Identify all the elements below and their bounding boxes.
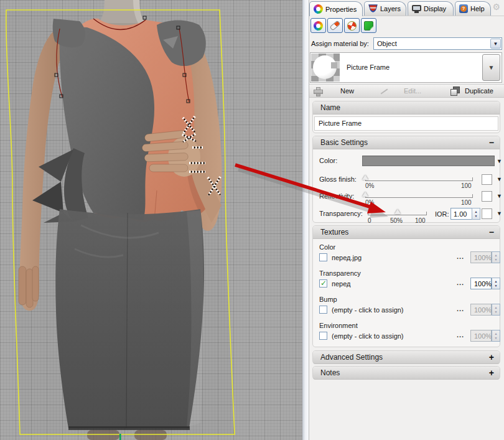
advanced-settings-section: Advanced Settings + bbox=[312, 350, 500, 364]
tab-bar: Properties Layers Display ? Help ⚙ bbox=[309, 0, 504, 16]
transparency-color-swatch[interactable] bbox=[482, 208, 492, 219]
tab-label: Help bbox=[470, 5, 485, 12]
edit-material-button[interactable]: Edit... bbox=[404, 87, 421, 95]
tab-label: Display bbox=[424, 5, 446, 12]
gloss-slider-track[interactable] bbox=[365, 180, 473, 181]
ior-label: IOR: bbox=[435, 210, 449, 218]
texture-checkbox[interactable] bbox=[319, 253, 327, 261]
properties-panel: Properties Layers Display ? Help ⚙ bbox=[309, 0, 504, 440]
material-selector[interactable]: Picture Frame ▼ bbox=[310, 52, 502, 83]
transparency-slider-track[interactable] bbox=[368, 215, 427, 215]
expand-button[interactable]: + bbox=[489, 368, 494, 378]
texture-checkbox[interactable] bbox=[319, 306, 327, 314]
texture-percent-input[interactable]: 100% bbox=[470, 330, 492, 342]
pencil-icon bbox=[380, 88, 388, 95]
tab-layers[interactable]: Layers bbox=[364, 1, 406, 16]
browse-button[interactable]: ... bbox=[457, 331, 464, 339]
section-title: Name bbox=[320, 103, 340, 112]
tick-mid: 50% bbox=[390, 217, 403, 224]
material-thumbnail bbox=[311, 54, 340, 82]
ior-spinner[interactable]: ▲▼ bbox=[472, 208, 480, 220]
notes-header[interactable]: Notes + bbox=[313, 367, 500, 380]
viewport-3d[interactable] bbox=[0, 0, 302, 440]
chevron-down-icon[interactable]: ▼ bbox=[490, 39, 501, 49]
textures-header[interactable]: Textures − bbox=[313, 226, 500, 239]
reflectivity-slider-thumb[interactable] bbox=[362, 192, 368, 197]
color-dropdown-icon[interactable]: ▼ bbox=[497, 158, 502, 164]
selection-outline[interactable] bbox=[6, 10, 235, 434]
texture-percent-spinner[interactable]: ▲▼ bbox=[492, 304, 500, 316]
reflectivity-dropdown-icon[interactable]: ▼ bbox=[497, 193, 502, 199]
paint-tube-button[interactable] bbox=[327, 18, 343, 33]
plus-icon[interactable] bbox=[314, 87, 322, 96]
color-wheel-icon bbox=[314, 21, 323, 30]
collapse-button[interactable]: − bbox=[489, 227, 494, 237]
material-color-wheel-button[interactable] bbox=[310, 18, 326, 33]
gloss-finish-label: Gloss finish: bbox=[319, 176, 357, 183]
texture-percent-input[interactable]: 100% bbox=[470, 251, 492, 263]
texture-percent-spinner[interactable]: ▲▼ bbox=[492, 278, 500, 289]
section-title: Basic Settings bbox=[320, 138, 368, 147]
texture-checkbox[interactable] bbox=[319, 279, 327, 288]
decal-button[interactable] bbox=[361, 18, 376, 33]
transparency-slider-thumb[interactable] bbox=[394, 209, 401, 214]
texture-file-name[interactable]: перед bbox=[332, 280, 351, 288]
duplicate-material-button[interactable]: Duplicate bbox=[465, 87, 493, 95]
duplicate-icon[interactable] bbox=[450, 87, 459, 95]
texture-file-name[interactable]: перед.jpg bbox=[332, 254, 362, 261]
browse-button[interactable]: ... bbox=[457, 253, 464, 260]
notes-section: Notes + bbox=[312, 366, 500, 380]
ior-input[interactable]: 1.00 bbox=[450, 208, 472, 220]
gloss-color-swatch[interactable] bbox=[482, 174, 492, 185]
name-section-header[interactable]: Name bbox=[313, 101, 500, 115]
basic-settings-header[interactable]: Basic Settings − bbox=[313, 136, 500, 149]
layers-icon bbox=[368, 4, 378, 13]
name-section: Name Picture Frame bbox=[312, 101, 500, 133]
section-title: Notes bbox=[320, 368, 340, 377]
texture-group-label: Environment bbox=[319, 322, 358, 329]
expand-button[interactable]: + bbox=[489, 352, 494, 362]
gear-icon[interactable]: ⚙ bbox=[492, 2, 500, 12]
checker-ball-icon bbox=[346, 20, 357, 31]
basic-settings-section: Basic Settings − Color: ▼ Gloss finish: … bbox=[312, 136, 500, 223]
texture-checkbox[interactable] bbox=[319, 332, 327, 340]
color-label: Color: bbox=[319, 157, 337, 164]
tab-properties[interactable]: Properties bbox=[309, 1, 363, 16]
assign-material-combobox[interactable]: Object ▼ bbox=[373, 37, 502, 50]
texture-percent-spinner[interactable]: ▲▼ bbox=[492, 330, 500, 342]
material-dropdown-button[interactable]: ▼ bbox=[482, 54, 500, 81]
tab-help[interactable]: ? Help bbox=[455, 1, 491, 16]
texture-ball-button[interactable] bbox=[344, 18, 360, 33]
texture-percent-input[interactable]: 100% bbox=[470, 278, 492, 289]
color-wheel-icon bbox=[314, 4, 323, 14]
assign-material-label: Assign material by: bbox=[311, 40, 369, 47]
texture-percent-input[interactable]: 100% bbox=[470, 304, 492, 316]
tick-min: 0 bbox=[368, 217, 371, 224]
transparency-dropdown-icon[interactable]: ▼ bbox=[497, 210, 502, 217]
tick-max: 100 bbox=[461, 199, 472, 206]
browse-button[interactable]: ... bbox=[457, 279, 464, 286]
textures-section: Textures − Color перед.jpg ... 100% ▲▼ T… bbox=[312, 225, 500, 347]
transparency-notch bbox=[331, 62, 337, 68]
advanced-settings-header[interactable]: Advanced Settings + bbox=[313, 351, 500, 364]
reflectivity-slider-track[interactable] bbox=[365, 197, 473, 198]
section-title: Advanced Settings bbox=[320, 353, 383, 362]
material-action-bar: New Edit... Duplicate bbox=[309, 84, 504, 98]
paint-tube-icon bbox=[329, 20, 340, 30]
texture-group-label: Transparency bbox=[319, 269, 361, 277]
browse-button[interactable]: ... bbox=[457, 305, 464, 312]
material-color-swatch[interactable] bbox=[362, 156, 495, 166]
tab-display[interactable]: Display bbox=[408, 1, 454, 16]
green-sticker-icon bbox=[364, 21, 373, 30]
gloss-dropdown-icon[interactable]: ▼ bbox=[497, 176, 502, 182]
texture-file-name[interactable]: (empty - click to assign) bbox=[332, 306, 404, 314]
new-material-button[interactable]: New bbox=[340, 87, 354, 95]
reflectivity-color-swatch[interactable] bbox=[482, 191, 492, 202]
collapse-button[interactable]: − bbox=[489, 138, 494, 147]
material-name-input[interactable]: Picture Frame bbox=[314, 116, 498, 131]
gloss-slider-thumb[interactable] bbox=[362, 175, 368, 180]
texture-percent-spinner[interactable]: ▲▼ bbox=[492, 251, 500, 263]
panel-splitter[interactable] bbox=[302, 0, 309, 440]
tab-label: Properties bbox=[325, 6, 357, 13]
texture-file-name[interactable]: (empty - click to assign) bbox=[332, 332, 404, 340]
